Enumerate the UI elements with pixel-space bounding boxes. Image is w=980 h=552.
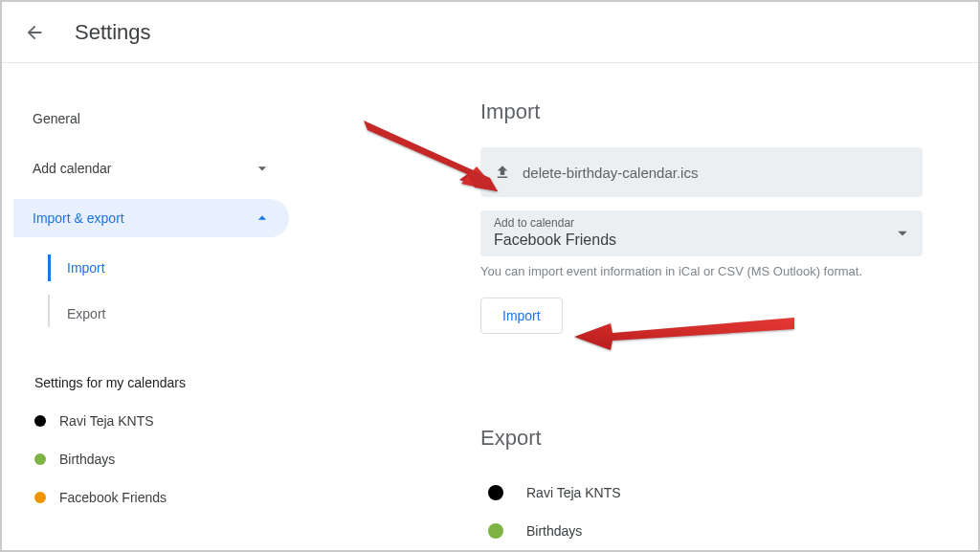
calendar-label: Birthdays (526, 523, 582, 539)
import-button[interactable]: Import (480, 298, 563, 334)
calendar-label: Facebook Friends (59, 490, 167, 505)
sidebar-sub-export[interactable]: Export (13, 295, 289, 333)
sidebar-item-general[interactable]: General (13, 99, 289, 138)
calendar-label: Ravi Teja KNTS (59, 413, 154, 429)
settings-sidebar: General Add calendar Import & export Imp… (2, 99, 289, 550)
back-button[interactable] (15, 13, 54, 52)
chevron-down-icon (253, 159, 272, 178)
header-bar: Settings (2, 2, 978, 63)
sidebar-item-label: General (33, 111, 80, 126)
upload-icon (494, 164, 511, 181)
export-calendar-item: Birthdays (480, 512, 923, 550)
calendar-color-dot (488, 523, 503, 539)
add-to-calendar-select[interactable]: Add to calendar Facebook Friends (480, 210, 923, 256)
calendar-color-dot (488, 485, 503, 500)
import-file-name: delete-birthday-calendar.ics (523, 165, 698, 181)
calendar-color-dot (34, 415, 46, 427)
sidebar-item-import-export[interactable]: Import & export (13, 199, 289, 237)
sidebar-sub-label: Import (67, 260, 105, 276)
import-hint: You can import event information in iCal… (480, 264, 923, 278)
calendar-label: Birthdays (59, 452, 115, 467)
sidebar-item-add-calendar[interactable]: Add calendar (13, 149, 289, 188)
chevron-up-icon (253, 209, 272, 228)
import-file-picker[interactable]: delete-birthday-calendar.ics (480, 147, 923, 197)
dropdown-arrow-icon (898, 232, 907, 236)
sidebar-item-label: Import & export (33, 210, 124, 226)
export-section-title: Export (480, 426, 923, 451)
sidebar-section-my-calendars: Settings for my calendars (13, 341, 289, 402)
page-title: Settings (75, 20, 151, 45)
sidebar-calendar-item[interactable]: Facebook Friends (13, 478, 289, 517)
sidebar-sub-label: Export (67, 306, 105, 321)
import-button-label: Import (502, 308, 541, 323)
add-to-calendar-label: Add to calendar (494, 216, 909, 230)
sidebar-sub-import[interactable]: Import (13, 249, 289, 287)
sidebar-calendar-item[interactable]: Ravi Teja KNTS (13, 402, 289, 440)
export-calendar-item: Ravi Teja KNTS (480, 474, 923, 512)
calendar-color-dot (34, 453, 46, 465)
settings-main: Import delete-birthday-calendar.ics Add … (289, 99, 978, 550)
sidebar-item-label: Add calendar (33, 161, 112, 176)
add-to-calendar-value: Facebook Friends (494, 232, 909, 249)
sidebar-calendar-item[interactable]: Birthdays (13, 440, 289, 478)
calendar-label: Ravi Teja KNTS (526, 485, 621, 500)
arrow-left-icon (24, 22, 45, 43)
import-section-title: Import (480, 99, 923, 124)
calendar-color-dot (34, 492, 46, 503)
